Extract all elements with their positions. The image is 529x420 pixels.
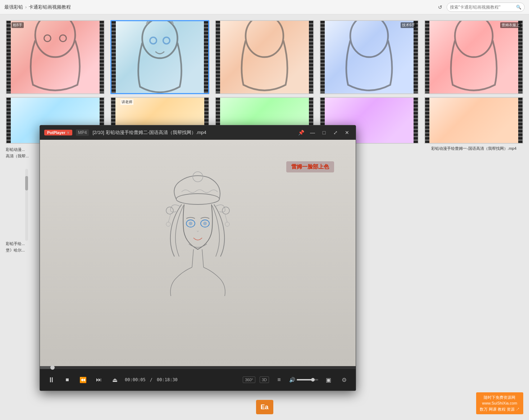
svg-point-7 (246, 20, 283, 57)
badge-3d[interactable]: 3D (260, 377, 269, 383)
breadcrumb-root[interactable]: 最强彩铅 (4, 4, 23, 10)
bottom-text-2: 堡》哈尔... (6, 247, 40, 254)
player-controls-bar: ⏸ ■ ⏪ ⏭ ⏏ 00:00:05 / 00:18:30 360° 3D ≡ … (40, 369, 356, 391)
play-pause-button[interactable]: ⏸ (46, 374, 57, 386)
refresh-button[interactable]: ↺ (436, 3, 444, 11)
scrollbar-thumb[interactable] (25, 176, 28, 190)
player-logo[interactable]: PotPlayer ∨ (44, 130, 72, 135)
watermark-line3: 数万 网课 教程 资源 ↗ (480, 406, 520, 412)
scrollbar[interactable] (25, 169, 28, 241)
time-current: 00:00:05 (125, 377, 146, 382)
player-restore-button[interactable]: □ (320, 128, 328, 137)
volume-area: 🔊 (289, 377, 318, 383)
thumb-item-5[interactable]: 蕾姆衣服上 彩铅动漫手绘蕾姆七-国语高清（我帮找网）.mp4 (424, 20, 523, 102)
thumb-item-4[interactable]: 技术6手 彩铅动漫手绘蕾姆六-国语高清（我帮找网）.mp4 (320, 20, 419, 102)
left-text-area: 彩铅动漫... 高清（我帮... (6, 147, 40, 159)
player-logo-dropdown[interactable]: ∨ (67, 131, 69, 134)
breadcrumb: 最强彩铅 › 卡通彩铅画视频教程 (4, 4, 433, 10)
svg-line-19 (225, 213, 227, 222)
main-content: 粗8手 彩铅动漫手绘蕾姆八-国语高清（我帮找网）.mp4 彩铅动漫手 (0, 14, 529, 420)
screen-button[interactable]: ▣ (323, 374, 334, 386)
svg-point-21 (225, 222, 229, 226)
thumb-image-2 (116, 21, 204, 93)
player-close-button[interactable]: ✕ (343, 128, 351, 137)
volume-bar[interactable] (297, 379, 318, 380)
watermark-line1: 随时下免费资源网 (480, 394, 520, 401)
svg-point-8 (350, 20, 388, 57)
stop-button[interactable]: ■ (61, 374, 73, 386)
player-fullscreen-button[interactable]: ⤢ (331, 128, 340, 137)
video-annotation: 雷姆一脸部上色 (286, 161, 334, 172)
bottom-badge: Ea (256, 400, 273, 414)
breadcrumb-current: 卡通彩铅画视频教程 (29, 4, 71, 10)
left-text-1: 彩铅动漫... (6, 147, 40, 153)
svg-point-2 (44, 35, 51, 42)
thumb-item-2[interactable]: 彩铅动漫手绘蕾姆二-国语高清（我帮找网）.mp4 (110, 20, 209, 102)
thumb-overlay-label-5: 蕾姆衣服上 (500, 22, 521, 28)
seekbar-thumb[interactable] (50, 365, 55, 370)
r2-overlay-label: 讲老师 (120, 99, 133, 105)
player-window-controls: 📌 — □ ⤢ ✕ (297, 128, 351, 137)
player-title: [2/10] 彩铅动漫手绘蕾姆二-国语高清（我帮找网）.mp4 (92, 129, 293, 136)
playlist-button[interactable]: ≡ (273, 374, 285, 386)
thumb-overlay-label-4: 技术6手 (401, 22, 416, 28)
player-window: PotPlayer ∨ MP4 [2/10] 彩铅动漫手绘蕾姆二-国语高清（我帮… (40, 125, 356, 391)
top-bar: 最强彩铅 › 卡通彩铅画视频教程 ↺ 🔍 (0, 0, 529, 14)
next-button[interactable]: ⏭ (93, 374, 105, 386)
thumb-item-3[interactable]: 彩铅动漫手绘蕾姆九-国语高清（我帮找网）.mp4 (215, 20, 314, 102)
watermark: 随时下免费资源网 www.SuiShiXia.com 数万 网课 教程 资源 ↗ (476, 392, 523, 415)
bottom-left-text: 彩铅手绘... 堡》哈尔... (6, 241, 40, 253)
eject-button[interactable]: ⏏ (109, 374, 120, 386)
thumb-image-1 (11, 21, 100, 93)
bottom-text-1: 彩铅手绘... (6, 241, 40, 247)
thumb-image-5 (429, 21, 518, 93)
svg-point-0 (35, 20, 75, 57)
thumb-frame-2 (110, 20, 209, 94)
video-content (40, 140, 356, 366)
badge-360[interactable]: 360° (243, 377, 255, 383)
thumbnail-grid-row1: 粗8手 彩铅动漫手绘蕾姆八-国语高清（我帮找网）.mp4 彩铅动漫手 (0, 14, 529, 108)
thumb-frame-4: 技术6手 (320, 20, 419, 94)
left-text-2: 高清（我帮... (6, 153, 40, 160)
search-box: 🔍 (447, 3, 525, 12)
thumb-image-r2-5 (429, 98, 518, 143)
volume-fill (297, 379, 313, 380)
thumb-item-r2-5[interactable]: 彩铅动漫手绘蕾姆一-国语高清（我帮找网）.mp4 (424, 97, 523, 151)
svg-point-13 (222, 207, 229, 214)
thumb-image-4 (325, 21, 414, 93)
volume-thumb[interactable] (311, 378, 315, 382)
thumb-label-r2-5: 彩铅动漫手绘蕾姆一-国语高清（我帮找网）.mp4 (424, 146, 523, 151)
svg-point-3 (60, 35, 67, 42)
svg-point-6 (163, 37, 170, 44)
svg-point-15 (189, 222, 192, 225)
player-minimize-button[interactable]: — (308, 128, 317, 137)
thumb-frame-3 (215, 20, 314, 94)
player-format-badge: MP4 (76, 129, 89, 136)
svg-line-18 (168, 213, 171, 222)
search-input[interactable] (450, 5, 515, 10)
time-divider: / (150, 377, 152, 382)
svg-point-10 (176, 194, 219, 204)
svg-point-11 (193, 172, 203, 182)
player-seekbar[interactable] (40, 366, 356, 369)
time-total: 00:18:30 (157, 377, 178, 382)
player-titlebar: PotPlayer ∨ MP4 [2/10] 彩铅动漫手绘蕾姆二-国语高清（我帮… (40, 125, 356, 140)
settings-button[interactable]: ⚙ (338, 374, 350, 386)
search-icon[interactable]: 🔍 (516, 5, 521, 10)
player-logo-text: PotPlayer (47, 130, 65, 135)
volume-icon[interactable]: 🔊 (289, 377, 295, 383)
thumb-frame-1: 粗8手 (6, 20, 105, 94)
breadcrumb-separator: › (25, 4, 27, 10)
svg-point-9 (455, 20, 493, 57)
svg-point-5 (150, 37, 156, 44)
anime-character-svg (129, 170, 266, 336)
svg-point-12 (166, 207, 173, 214)
search-area: ↺ 🔍 (436, 3, 525, 12)
prev-frame-button[interactable]: ⏪ (77, 374, 89, 386)
player-pin-button[interactable]: 📌 (297, 128, 305, 137)
thumb-item-1[interactable]: 粗8手 彩铅动漫手绘蕾姆八-国语高清（我帮找网）.mp4 (6, 20, 105, 102)
thumb-frame-5: 蕾姆衣服上 (424, 20, 523, 94)
player-video-area: 雷姆一脸部上色 (40, 140, 356, 366)
thumb-overlay-label-1: 粗8手 (12, 22, 24, 28)
thumb-image-3 (220, 21, 309, 93)
